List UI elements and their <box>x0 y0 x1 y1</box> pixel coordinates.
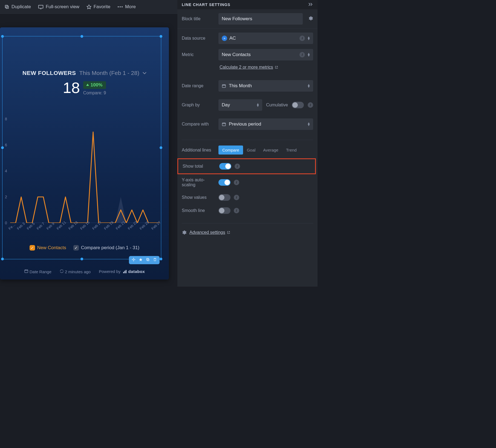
svg-rect-1 <box>5 5 8 8</box>
chart-card[interactable]: NEW FOLLOWERS This Month (Feb 1 - 28) 18… <box>0 27 169 280</box>
show-total-toggle[interactable] <box>219 163 231 170</box>
svg-marker-3 <box>87 5 91 9</box>
legend-item-compare[interactable]: ✓ Compare period (Jan 1 - 31) <box>73 245 140 251</box>
favorite-button[interactable]: Favorite <box>86 4 110 10</box>
resize-handle[interactable] <box>160 258 162 260</box>
legend-item-primary[interactable]: ✓ New Contacts <box>30 245 66 251</box>
move-icon[interactable] <box>132 258 135 263</box>
date-range-label: Date range <box>182 83 215 88</box>
block-title-label: Block title <box>182 16 215 21</box>
additional-lines-tabs: CompareGoalAverageTrend <box>218 146 313 155</box>
change-badge: 100% <box>83 81 106 89</box>
chevron-down-icon <box>143 71 146 75</box>
svg-rect-10 <box>146 258 148 260</box>
brand-logo[interactable]: databox <box>123 269 145 274</box>
chart-period: This Month (Feb 1 - 28) <box>79 70 139 76</box>
additional-lines-label: Additional lines <box>182 148 215 153</box>
trash-icon[interactable] <box>153 258 157 263</box>
gear-icon <box>182 230 187 235</box>
card-footer: Date Range 2 minutes ago Powered by data… <box>0 269 169 274</box>
info-icon[interactable]: i <box>234 208 239 213</box>
tab-average[interactable]: Average <box>259 146 282 155</box>
resize-handle[interactable] <box>80 258 83 260</box>
collapse-icon[interactable] <box>308 2 313 7</box>
resize-handle[interactable] <box>1 146 4 149</box>
date-range-select[interactable]: This Month ▲▼ <box>218 80 313 92</box>
duplicate-button[interactable]: Duplicate <box>4 4 31 10</box>
checkbox-icon: ✓ <box>73 245 79 251</box>
info-icon[interactable]: i <box>235 164 240 169</box>
data-source-label: Data source <box>182 36 215 41</box>
metric-value: New Contacts <box>222 52 251 57</box>
data-source-value: AC <box>229 36 236 41</box>
compare-with-label: Compare with <box>182 122 215 127</box>
chart-value: 18 <box>63 80 80 95</box>
footer-refresh[interactable]: 2 minutes ago <box>60 269 91 274</box>
fullscreen-label: Full-screen view <box>46 4 79 10</box>
metric-select[interactable]: New Contacts i ▲▼ <box>218 49 313 60</box>
copy-icon[interactable] <box>146 258 150 263</box>
y-tick: 6 <box>5 143 7 147</box>
info-icon[interactable]: i <box>234 195 239 200</box>
gear-icon[interactable] <box>308 16 313 22</box>
chart-title-row[interactable]: NEW FOLLOWERS This Month (Feb 1 - 28) <box>0 70 169 76</box>
tab-compare[interactable]: Compare <box>218 146 243 155</box>
copy-icon <box>4 4 9 9</box>
y-tick: 2 <box>5 195 7 199</box>
cumulative-toggle[interactable] <box>292 102 304 108</box>
legend-compare-label: Compare period (Jan 1 - 31) <box>81 245 140 251</box>
footer-timestamp: 2 minutes ago <box>65 269 91 274</box>
smooth-line-toggle[interactable] <box>218 207 230 214</box>
svg-point-4 <box>118 6 119 7</box>
svg-rect-15 <box>126 270 126 273</box>
compare-with-select[interactable]: Previous period ▲▼ <box>218 118 313 130</box>
powered-by-label: Powered by <box>99 269 120 274</box>
compare-value: Compare: 9 <box>83 91 106 95</box>
show-total-highlight: Show total i <box>177 158 316 174</box>
info-icon[interactable]: i <box>234 180 239 185</box>
change-value: 100% <box>91 82 102 88</box>
y-tick: 4 <box>5 169 7 173</box>
card-toolbar: Duplicate Full-screen view Favorite More <box>0 0 177 14</box>
info-icon[interactable]: i <box>299 52 305 57</box>
yaxis-auto-toggle[interactable] <box>218 179 230 186</box>
svg-rect-16 <box>222 85 226 88</box>
compare-with-value: Previous period <box>229 121 261 127</box>
smooth-line-label: Smooth line <box>182 208 215 213</box>
caret-updown-icon: ▲▼ <box>307 53 310 57</box>
graph-by-select[interactable]: Day ▲▼ <box>218 99 262 111</box>
y-tick: 0 <box>5 221 7 225</box>
advanced-settings-link[interactable]: Advanced settings <box>189 230 230 235</box>
more-label: More <box>125 4 136 10</box>
calc-link-label: Calculate 2 or more metrics <box>220 65 273 70</box>
star-icon[interactable] <box>139 258 143 263</box>
block-title-input[interactable]: New Followers <box>218 13 303 25</box>
star-icon <box>86 4 91 9</box>
svg-marker-8 <box>139 258 142 261</box>
fullscreen-button[interactable]: Full-screen view <box>38 4 79 10</box>
resize-handle[interactable] <box>1 258 4 260</box>
card-action-chip <box>129 256 160 264</box>
block-title-value: New Followers <box>222 16 252 22</box>
more-button[interactable]: More <box>117 4 136 10</box>
svg-rect-0 <box>6 6 8 8</box>
info-icon[interactable]: i <box>308 102 313 108</box>
show-values-toggle[interactable] <box>218 194 230 201</box>
info-icon[interactable]: i <box>299 36 305 41</box>
calculate-metrics-link[interactable]: Calculate 2 or more metrics <box>220 65 278 70</box>
line-chart[interactable]: 8 6 4 2 0 <box>5 119 161 223</box>
duplicate-label: Duplicate <box>11 4 31 10</box>
data-source-select[interactable]: » AC i ▲▼ <box>218 33 313 44</box>
favorite-label: Favorite <box>94 4 110 10</box>
svg-rect-13 <box>123 272 124 273</box>
tab-trend[interactable]: Trend <box>282 146 301 155</box>
graph-by-label: Graph by <box>182 103 215 107</box>
tab-goal[interactable]: Goal <box>243 146 259 155</box>
panel-title: LINE CHART SETTINGS <box>182 2 230 7</box>
monitor-icon <box>38 4 44 9</box>
chart-legend: ✓ New Contacts ✓ Compare period (Jan 1 -… <box>0 245 169 251</box>
svg-rect-9 <box>147 259 149 261</box>
svg-rect-2 <box>39 5 43 8</box>
footer-daterange[interactable]: Date Range <box>24 269 51 274</box>
chart-title: NEW FOLLOWERS <box>22 70 76 76</box>
